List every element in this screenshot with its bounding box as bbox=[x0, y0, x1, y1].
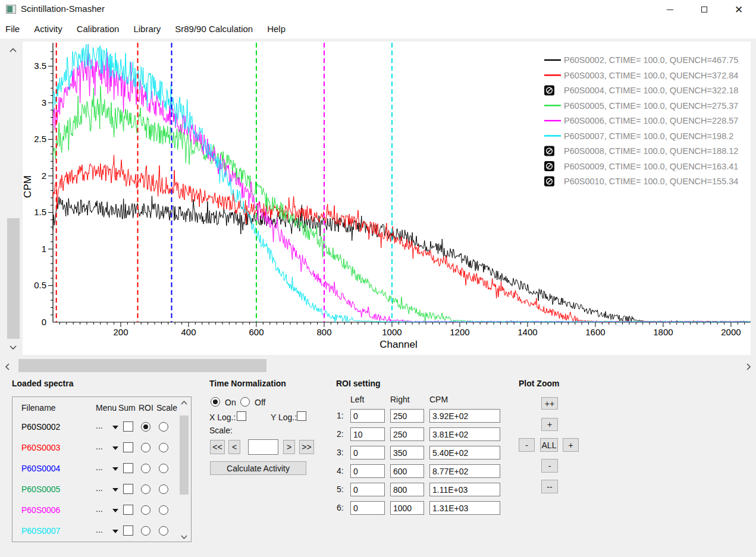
roi-radio[interactable] bbox=[141, 526, 150, 536]
chevron-down-icon[interactable] bbox=[112, 488, 118, 492]
x-log-checkbox[interactable] bbox=[237, 411, 246, 421]
roi1-right-input[interactable] bbox=[390, 409, 424, 423]
roi3-left-input[interactable] bbox=[350, 446, 385, 460]
spectra-list-scrollbar[interactable] bbox=[179, 398, 189, 542]
spectra-plot[interactable]: 20040060080010001200140016001800200000.5… bbox=[23, 42, 751, 355]
chevron-down-icon[interactable] bbox=[112, 509, 118, 512]
zoom-out-fast-button[interactable]: -- bbox=[541, 480, 558, 493]
spectrum-row-P60S0005[interactable]: P60S0005... bbox=[12, 482, 191, 498]
legend-item-P60S0003[interactable]: P60S0003, CTIME= 100.0, QUENCH=372.84 bbox=[544, 71, 738, 80]
sum-checkbox[interactable] bbox=[123, 525, 133, 536]
spectrum-row-P60S0003[interactable]: P60S0003... bbox=[12, 440, 191, 456]
menu-file[interactable]: File bbox=[0, 24, 27, 34]
scale-radio[interactable] bbox=[159, 422, 168, 432]
roi1-cpm-field[interactable] bbox=[429, 409, 500, 423]
spectrum-menu-button[interactable]: ... bbox=[96, 442, 103, 451]
minimize-button[interactable] bbox=[653, 0, 687, 19]
legend-item-P60S0007[interactable]: P60S0007, CTIME= 100.0, QUENCH=198.2 bbox=[544, 131, 733, 141]
spectrum-menu-button[interactable]: ... bbox=[96, 525, 103, 534]
sum-checkbox[interactable] bbox=[123, 463, 133, 473]
roi5-right-input[interactable] bbox=[390, 483, 424, 496]
chevron-down-icon[interactable] bbox=[112, 530, 118, 533]
roi4-right-input[interactable] bbox=[390, 464, 424, 478]
sum-checkbox[interactable] bbox=[123, 442, 133, 452]
maximize-button[interactable] bbox=[687, 0, 722, 19]
roi-radio[interactable] bbox=[141, 464, 150, 473]
zoom-all-button[interactable]: ALL bbox=[540, 438, 558, 452]
legend-item-P60S0009[interactable]: P60S0009, CTIME= 100.0, QUENCH=163.41 bbox=[544, 161, 738, 171]
legend-item-P60S0005[interactable]: P60S0005, CTIME= 100.0, QUENCH=275.37 bbox=[544, 101, 738, 111]
chevron-down-icon[interactable] bbox=[112, 446, 118, 450]
legend-item-P60S0002[interactable]: P60S0002, CTIME= 100.0, QUENCH=467.75 bbox=[544, 55, 738, 65]
roi6-right-input[interactable] bbox=[390, 501, 424, 515]
spectrum-row-P60S0007[interactable]: P60S0007... bbox=[12, 524, 191, 539]
spectrum-row-P60S0002[interactable]: P60S0002... bbox=[12, 420, 191, 435]
sum-checkbox[interactable] bbox=[123, 484, 133, 494]
roi4-cpm-field[interactable] bbox=[429, 464, 500, 478]
roi5-cpm-field[interactable] bbox=[429, 483, 500, 496]
roi2-left-input[interactable] bbox=[350, 427, 385, 441]
zoom-right-button[interactable]: + bbox=[563, 438, 579, 452]
horizontal-scroll-thumb[interactable] bbox=[18, 359, 266, 372]
spectrum-menu-button[interactable]: ... bbox=[96, 483, 103, 493]
legend-item-P60S0008[interactable]: P60S0008, CTIME= 100.0, QUENCH=188.12 bbox=[544, 146, 738, 156]
spectrum-menu-button[interactable]: ... bbox=[96, 421, 103, 430]
scale-radio[interactable] bbox=[159, 484, 168, 494]
roi-radio[interactable] bbox=[141, 422, 150, 432]
roi2-right-input[interactable] bbox=[390, 427, 424, 441]
roi3-cpm-field[interactable] bbox=[429, 446, 500, 460]
roi3-right-input[interactable] bbox=[390, 446, 424, 460]
spectrum-menu-button[interactable]: ... bbox=[96, 504, 103, 514]
plot-panel[interactable]: 20040060080010001200140016001800200000.5… bbox=[23, 42, 751, 355]
roi2-cpm-field[interactable] bbox=[429, 427, 500, 441]
scale-radio[interactable] bbox=[159, 443, 168, 452]
zoom-in-button[interactable]: + bbox=[541, 418, 558, 431]
roi6-cpm-field[interactable] bbox=[429, 501, 500, 515]
menu-library[interactable]: Library bbox=[126, 24, 168, 34]
scale-input[interactable] bbox=[248, 439, 278, 455]
close-button[interactable]: ✕ bbox=[722, 0, 756, 19]
list-scroll-up-icon[interactable] bbox=[180, 400, 188, 405]
zoom-in-fast-button[interactable]: ++ bbox=[541, 397, 558, 410]
scale-radio[interactable] bbox=[159, 464, 168, 473]
scale-fast-left-button[interactable]: << bbox=[210, 440, 225, 454]
roi5-left-input[interactable] bbox=[350, 483, 385, 496]
time-norm-off-radio[interactable] bbox=[240, 397, 250, 407]
chevron-down-icon[interactable] bbox=[112, 426, 118, 429]
menu-activity[interactable]: Activity bbox=[27, 24, 70, 34]
sum-checkbox[interactable] bbox=[123, 505, 133, 515]
list-scroll-thumb[interactable] bbox=[180, 416, 189, 495]
roi-radio[interactable] bbox=[141, 484, 150, 494]
zoom-left-button[interactable]: - bbox=[519, 438, 535, 452]
spectrum-row-P60S0004[interactable]: P60S0004... bbox=[12, 461, 191, 477]
list-scroll-down-icon[interactable] bbox=[180, 534, 188, 540]
scale-right-button[interactable]: > bbox=[283, 440, 295, 454]
scale-fast-right-button[interactable]: >> bbox=[299, 440, 314, 454]
scroll-down-icon[interactable] bbox=[9, 345, 17, 350]
spectrum-row-P60S0006[interactable]: P60S0006... bbox=[12, 503, 191, 518]
roi4-left-input[interactable] bbox=[350, 464, 385, 478]
scale-left-button[interactable]: < bbox=[228, 440, 240, 454]
legend-item-P60S0006[interactable]: P60S0006, CTIME= 100.0, QUENCH=228.57 bbox=[544, 116, 738, 125]
roi-radio[interactable] bbox=[141, 443, 150, 452]
calculate-activity-button[interactable]: Calculate Activity bbox=[210, 461, 306, 475]
roi1-left-input[interactable] bbox=[350, 409, 385, 423]
y-log-checkbox[interactable] bbox=[297, 411, 306, 421]
scroll-up-icon[interactable] bbox=[9, 48, 17, 53]
roi-radio[interactable] bbox=[141, 505, 150, 515]
roi6-left-input[interactable] bbox=[350, 501, 385, 515]
scale-radio[interactable] bbox=[159, 505, 168, 515]
spectrum-menu-button[interactable]: ... bbox=[96, 462, 103, 472]
time-norm-on-radio[interactable] bbox=[211, 397, 220, 407]
scroll-left-icon[interactable] bbox=[5, 363, 10, 371]
sum-checkbox[interactable] bbox=[123, 421, 133, 432]
menu-calibration[interactable]: Calibration bbox=[70, 24, 127, 34]
legend-item-P60S0004[interactable]: P60S0004, CTIME= 100.0, QUENCH=322.18 bbox=[544, 86, 738, 96]
scroll-right-icon[interactable] bbox=[746, 363, 751, 371]
menu-help[interactable]: Help bbox=[260, 24, 293, 34]
chevron-down-icon[interactable] bbox=[112, 467, 118, 471]
plot-vertical-scrollbar[interactable] bbox=[6, 43, 20, 354]
plot-horizontal-scrollbar[interactable] bbox=[0, 357, 756, 375]
zoom-out-button[interactable]: - bbox=[541, 459, 558, 473]
vertical-scroll-thumb[interactable] bbox=[7, 218, 20, 339]
